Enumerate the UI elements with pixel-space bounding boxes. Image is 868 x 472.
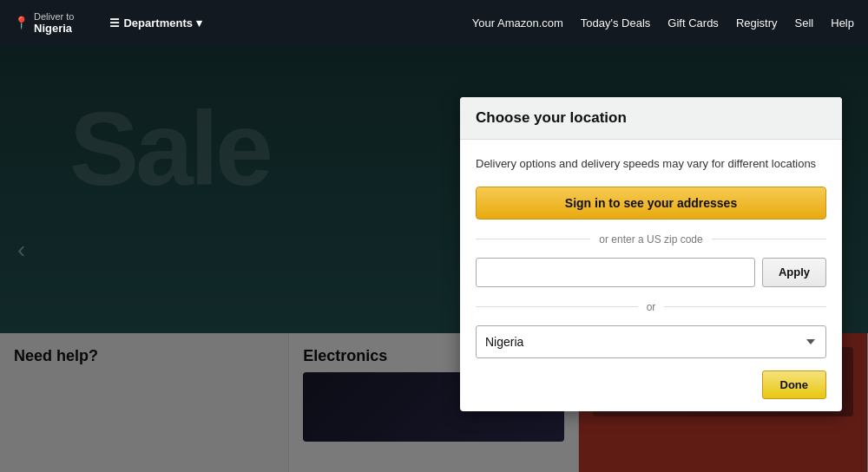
gift-cards-link[interactable]: Gift Cards [667,16,719,30]
modal-description: Delivery options and delivery speeds may… [476,155,826,173]
departments-label: Departments [123,16,192,30]
modal-footer: Done [460,358,842,411]
modal-title: Choose your location [476,109,826,127]
deliver-to-section[interactable]: 📍 Deliver to Nigeria [14,11,74,35]
background-content: Sale ‹ Need help? Electronics Choose you… [0,45,868,472]
sign-in-button[interactable]: Sign in to see your addresses [476,187,826,220]
departments-menu[interactable]: ☰ Departments ▾ [102,10,209,36]
location-pin-icon: 📍 [14,16,29,30]
done-button[interactable]: Done [762,370,827,399]
hamburger-icon: ☰ [109,16,120,30]
help-link[interactable]: Help [831,16,854,30]
country-select[interactable]: Nigeria United States United Kingdom Can… [476,325,826,358]
modal-body: Delivery options and delivery speeds may… [460,140,842,358]
deliver-to-label: Deliver to [34,11,74,22]
header-links: Your Amazon.com Today's Deals Gift Cards… [472,16,854,30]
sell-link[interactable]: Sell [795,16,814,30]
header: 📍 Deliver to Nigeria ☰ Departments ▾ You… [0,0,868,45]
zip-code-input[interactable] [476,258,755,287]
registry-link[interactable]: Registry [736,16,778,30]
deliver-country: Nigeria [34,22,74,35]
main-nav: ☰ Departments ▾ [102,10,209,36]
modal-header: Choose your location [460,97,842,140]
chevron-down-icon: ▾ [196,16,202,30]
apply-button[interactable]: Apply [762,258,826,287]
your-amazon-link[interactable]: Your Amazon.com [472,16,563,30]
deliver-to-info: Deliver to Nigeria [34,11,74,35]
todays-deals-link[interactable]: Today's Deals [581,16,651,30]
or-divider: or [476,301,826,313]
location-modal: Choose your location Delivery options an… [460,97,842,411]
zip-code-row: Apply [476,258,826,287]
zip-divider: or enter a US zip code [476,233,826,246]
